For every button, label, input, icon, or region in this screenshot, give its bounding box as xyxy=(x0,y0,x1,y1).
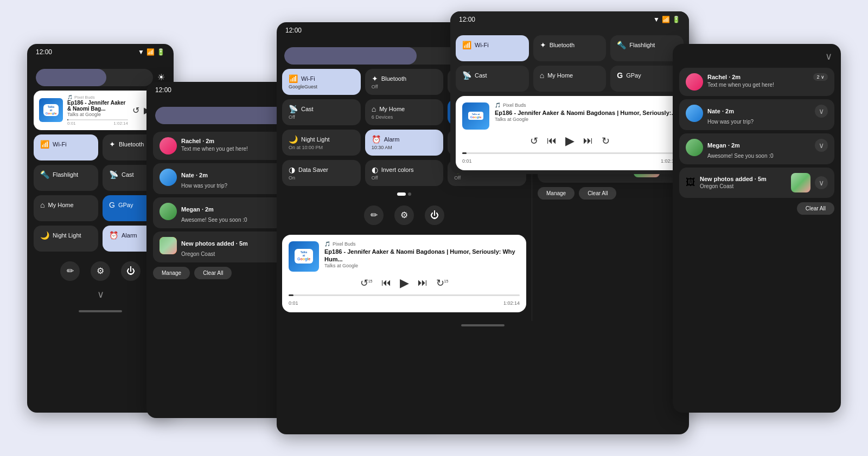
progress-fill-large xyxy=(289,294,293,296)
replay-btn-small[interactable]: ↺ xyxy=(132,105,139,115)
notif-actions-large: Manage Clear All xyxy=(538,187,684,200)
gpay-icon-small: G xyxy=(109,201,115,209)
cast-icon-large: 📡 xyxy=(289,105,298,113)
media-source-small: Pixel Buds xyxy=(74,95,95,100)
media-top-tr: Talks at Google 🎵 Pixel Buds Ep186 - Jen… xyxy=(462,102,677,130)
brightness-slider-small[interactable] xyxy=(36,69,153,86)
ds-icon-large: ◑ xyxy=(289,165,295,174)
clearall-btn-medium[interactable]: Clear All xyxy=(194,267,232,279)
tile-flashlight-small[interactable]: 🔦 Flashlight xyxy=(34,165,98,191)
clearall-btn-large[interactable]: Clear All xyxy=(579,187,616,200)
status-icons-small: ▼ 📶 🔋 xyxy=(138,48,165,56)
media-player-large: Talks at Google 🎵 Pixel Buds xyxy=(282,235,526,312)
expand-btn-megan-right[interactable]: ∨ xyxy=(815,139,828,152)
avatar-megan-right xyxy=(686,139,703,156)
status-bar-small: 12:00 ▼ 📶 🔋 xyxy=(27,44,174,60)
media-source-tr: 🎵 Pixel Buds xyxy=(495,102,677,108)
media-current-large: 0:01 xyxy=(289,300,298,306)
settings-btn-large[interactable]: ⚙ xyxy=(394,205,414,225)
replay-btn-tr[interactable]: ↺ xyxy=(530,135,538,147)
settings-btn-small[interactable]: ⚙ xyxy=(91,261,110,281)
media-info-large: 🎵 Pixel Buds Ep186 - Jennifer Aaker & Na… xyxy=(324,241,520,269)
moon-icon-small: 🌙 xyxy=(40,231,49,240)
status-bar-topright: 12:00 ▼ 📶 🔋 xyxy=(450,11,689,28)
tile-wifi-small[interactable]: 📶 Wi-Fi xyxy=(34,134,98,160)
right-content: ∨ Rachel · 2m 2 ∨ Text me when you get h… xyxy=(673,44,841,413)
tile-nightlight-small[interactable]: 🌙 Night Light xyxy=(34,226,98,252)
skipback-btn-large[interactable]: ⏮ xyxy=(381,277,391,288)
wifi-icon-tr: 📶 xyxy=(462,41,471,49)
notif-nate-right: Nate · 2m ∨ How was your trip? xyxy=(679,99,834,130)
tile-bluetooth-large[interactable]: ✦ Bluetooth Off xyxy=(365,69,444,95)
time-current-tr: 0:01 xyxy=(462,158,472,164)
notif-content-photos-right: New photos added · 5m Oregon Coast xyxy=(700,176,787,189)
wifi-icon-large: 📶 xyxy=(289,74,298,83)
home-icon-large: ⌂ xyxy=(372,105,376,113)
bt-icon-tr: ✦ xyxy=(540,41,546,49)
manage-btn-large[interactable]: Manage xyxy=(538,187,575,200)
tile-datasaver-large[interactable]: ◑ Data Saver On xyxy=(282,160,361,186)
replay-btn-large[interactable]: ↺15 xyxy=(360,277,373,289)
moon-icon-large: 🌙 xyxy=(289,135,298,144)
home-icon-tr: ⌂ xyxy=(540,71,544,80)
cast-icon-small: 📡 xyxy=(109,170,118,179)
tile-myhome-large[interactable]: ⌂ My Home 6 Devices xyxy=(365,99,444,125)
tile-home-tr[interactable]: ⌂ My Home xyxy=(533,66,607,92)
media-times-tr: 0:01 1:02:14 xyxy=(462,158,677,164)
media-top-large: Talks at Google 🎵 Pixel Buds xyxy=(289,241,520,272)
time-small: 12:00 xyxy=(36,48,52,56)
media-source-large: Pixel Buds xyxy=(333,241,356,247)
cast-icon-tr: 📡 xyxy=(462,71,471,80)
tile-wifi-tr[interactable]: 📶 Wi-Fi xyxy=(456,35,529,61)
power-btn-small[interactable]: ⏻ xyxy=(121,261,141,281)
home-icon-small: ⌂ xyxy=(40,201,44,209)
flash-icon-small: 🔦 xyxy=(40,170,49,179)
expand-num-rachel-right[interactable]: 2 ∨ xyxy=(813,73,828,81)
notif-content-megan-right: Megan · 2m ∨ Awesome! See you soon :0 xyxy=(707,139,828,159)
media-subtitle-large: Talks at Google xyxy=(324,263,520,268)
expand-btn-nate-right[interactable]: ∨ xyxy=(815,105,828,118)
time-topright: 12:00 xyxy=(459,16,475,23)
notif-rachel-right: Rachel · 2m 2 ∨ Text me when you get her… xyxy=(679,68,834,96)
play-btn-tr[interactable]: ▶ xyxy=(565,134,575,148)
play-btn-large[interactable]: ▶ xyxy=(400,276,409,290)
skipback-btn-tr[interactable]: ⏮ xyxy=(547,135,557,146)
status-icons-topright: ▼ 📶 🔋 xyxy=(653,16,680,23)
edit-btn-large[interactable]: ✏ xyxy=(364,205,384,225)
skipfwd-btn-large[interactable]: ⏭ xyxy=(418,277,427,288)
avatar-megan-medium xyxy=(159,203,177,220)
tile-nightlight-large[interactable]: 🌙 Night Light On at 10:00 PM xyxy=(282,130,361,156)
time-large: 12:00 xyxy=(285,27,302,34)
expand-btn-photos-right[interactable]: ∨ xyxy=(815,176,828,189)
notif-content-rachel-right: Rachel · 2m 2 ∨ Text me when you get her… xyxy=(707,73,828,88)
avatar-rachel-right xyxy=(686,73,703,91)
tile-invert-large[interactable]: ◐ Invert colors Off xyxy=(365,160,444,186)
forward-btn-tr[interactable]: ↻ xyxy=(602,135,610,147)
power-btn-large[interactable]: ⏻ xyxy=(425,205,444,225)
clearall-btn-right[interactable]: Clear All xyxy=(797,202,834,215)
media-player-tr: Talks at Google 🎵 Pixel Buds Ep186 - Jen… xyxy=(456,96,684,170)
wifi-icon-small: 📶 xyxy=(40,140,49,149)
media-total-small: 1:02:14 xyxy=(113,121,128,126)
tile-wifi-large[interactable]: 📶 Wi-Fi GoogleGuest xyxy=(282,69,361,95)
chevron-right[interactable]: ∨ xyxy=(679,48,834,65)
avatar-nate-medium xyxy=(159,169,177,186)
tile-myhome-small[interactable]: ⌂ My Home xyxy=(34,195,98,221)
skipfwd-btn-tr[interactable]: ⏭ xyxy=(583,135,593,146)
bottom-toolbar-large: ✏ ⚙ ⏻ xyxy=(282,200,526,230)
tile-bt-tr[interactable]: ✦ Bluetooth xyxy=(533,35,607,61)
notif-photos-right: 🖼 New photos added · 5m Oregon Coast ∨ xyxy=(679,168,834,198)
tile-alarm-large[interactable]: ⏰ Alarm 10:30 AM xyxy=(365,130,444,156)
notif-megan-right: Megan · 2m ∨ Awesome! See you soon :0 xyxy=(679,133,834,164)
media-title-large: Ep186 - Jennifer Aaker & Naomi Bagdonas … xyxy=(324,248,520,264)
avatar-rachel-medium xyxy=(159,137,177,155)
dot-1-large xyxy=(397,192,406,196)
forward-btn-large[interactable]: ↻15 xyxy=(436,277,449,289)
tile-cast-tr[interactable]: 📡 Cast xyxy=(456,66,529,92)
media-source-row-large: 🎵 Pixel Buds xyxy=(324,241,520,247)
photos-thumb-right xyxy=(791,173,810,192)
media-controls-large: ↺15 ⏮ ▶ ⏭ ↻15 xyxy=(289,276,520,290)
manage-btn-medium[interactable]: Manage xyxy=(153,267,190,279)
edit-btn-small[interactable]: ✏ xyxy=(60,261,80,281)
tile-cast-large[interactable]: 📡 Cast Off xyxy=(282,99,361,125)
